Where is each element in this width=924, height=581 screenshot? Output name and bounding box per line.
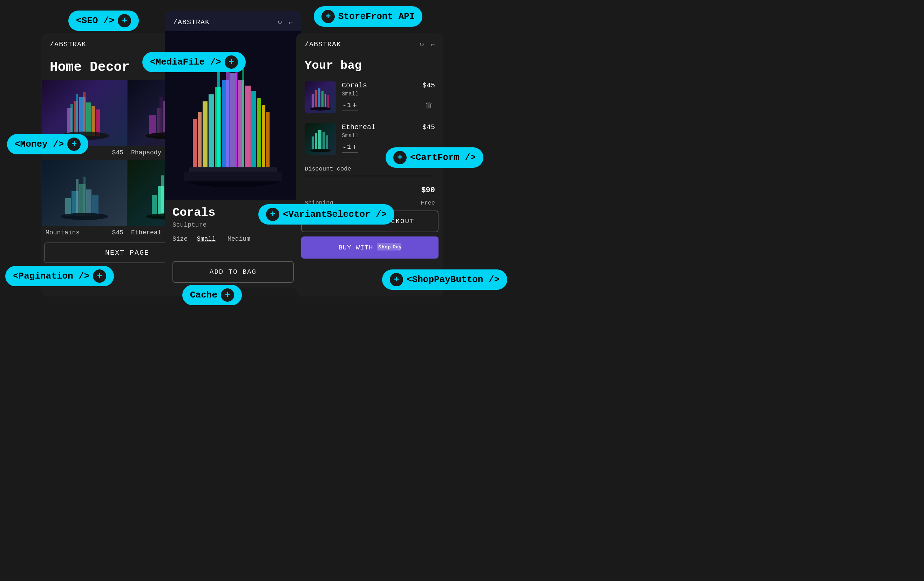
svg-rect-37 <box>198 112 201 168</box>
storefront-badge[interactable]: + StoreFront API <box>314 6 422 26</box>
mountains-price: $45 <box>112 229 124 236</box>
cart-corals-delete[interactable]: 🗑 <box>425 101 433 110</box>
cart-corals-qty-plus[interactable]: + <box>351 101 358 110</box>
cartform-badge[interactable]: + <CartForm /> <box>386 147 483 168</box>
svg-rect-50 <box>226 59 229 168</box>
svg-rect-46 <box>257 98 261 168</box>
variantselector-badge[interactable]: + <VariantSelector /> <box>258 204 394 225</box>
pagination-badge[interactable]: <Pagination /> + <box>5 266 114 286</box>
cartform-plus-icon[interactable]: + <box>393 151 407 164</box>
svg-rect-55 <box>312 94 314 108</box>
middle-search-icon[interactable]: ○ <box>277 18 282 26</box>
discount-input-line <box>305 174 435 176</box>
svg-rect-18 <box>65 198 71 216</box>
money-plus-icon[interactable]: + <box>67 137 81 151</box>
mediafile-badge[interactable]: <MediaFile /> + <box>142 52 246 72</box>
cart-corals-qty-minus[interactable]: - <box>342 101 347 110</box>
right-brand: /ABSTRAK <box>305 40 341 48</box>
svg-rect-31 <box>161 175 164 216</box>
mountains-info: Mountains $45 <box>42 226 127 239</box>
mountains-image <box>42 160 127 226</box>
svg-rect-54 <box>184 172 282 181</box>
svg-point-25 <box>61 213 108 220</box>
shoppay-plus-icon[interactable]: + <box>390 273 403 286</box>
right-cart-icon[interactable]: ⌐ <box>431 40 435 49</box>
svg-rect-62 <box>312 136 314 149</box>
mountains-name: Mountains <box>46 229 79 236</box>
svg-rect-6 <box>96 109 100 136</box>
money-badge[interactable]: <Money /> + <box>7 134 88 154</box>
svg-rect-60 <box>327 95 329 108</box>
size-small[interactable]: Small <box>194 234 218 244</box>
cartform-badge-label: <CartForm /> <box>410 152 476 163</box>
cart-ethereal-image <box>305 123 336 155</box>
right-panel-header: /ABSTRAK ○ ⌐ <box>296 33 444 53</box>
cart-ethereal-qty-minus[interactable]: - <box>342 142 347 152</box>
size-medium[interactable]: Medium <box>225 234 253 244</box>
cart-corals-qty-control: - 1 + <box>342 101 358 111</box>
svg-rect-64 <box>318 130 322 149</box>
size-label: Size <box>172 235 188 242</box>
svg-rect-23 <box>76 179 79 216</box>
svg-rect-44 <box>245 86 251 168</box>
svg-rect-15 <box>160 97 163 136</box>
cache-badge-label: Cache <box>190 290 217 300</box>
svg-rect-3 <box>86 103 91 136</box>
shoppay-badge-label: <ShopPayButton /> <box>407 274 500 285</box>
svg-rect-24 <box>83 177 86 216</box>
svg-rect-21 <box>86 189 91 216</box>
shop-pay-logo: Shop Pay <box>377 243 401 252</box>
svg-rect-39 <box>209 94 214 168</box>
pagination-plus-icon[interactable]: + <box>93 270 106 283</box>
cart-corals-variant: Small <box>342 91 417 97</box>
svg-point-67 <box>310 149 331 152</box>
rhapsody-name: Rhapsody <box>131 149 161 156</box>
svg-text:Shop Pay: Shop Pay <box>378 244 401 250</box>
size-selector-row: Size Small Medium <box>172 234 294 244</box>
svg-rect-56 <box>315 90 317 108</box>
cart-corals-qty-val: 1 <box>347 102 351 109</box>
cart-corals-details: Corals Small - 1 + <box>342 81 417 111</box>
storefront-plus-icon[interactable]: + <box>322 10 335 23</box>
shoppay-badge[interactable]: + <ShopPayButton /> <box>382 270 507 290</box>
shop-pay-button[interactable]: BUY WITH Shop Pay <box>301 237 439 258</box>
add-to-bag-button[interactable]: ADD TO BAG <box>172 261 294 283</box>
left-brand: /ABSTRAK <box>50 40 86 48</box>
middle-panel-header: /ABSTRAK ○ ⌐ <box>165 11 302 31</box>
product-card-mountains[interactable]: Mountains $45 <box>42 160 127 239</box>
shipping-value: Free <box>421 200 435 206</box>
middle-brand: /ABSTRAK <box>173 18 210 26</box>
cart-ethereal-qty-plus[interactable]: + <box>351 142 358 152</box>
cart-ethereal-variant: Small <box>342 132 417 139</box>
total-section: $90 <box>296 182 444 199</box>
svg-rect-8 <box>83 92 86 136</box>
svg-rect-48 <box>266 112 269 168</box>
mediafile-plus-icon[interactable]: + <box>225 55 238 69</box>
cart-ethereal-price: $45 <box>422 123 435 131</box>
svg-rect-22 <box>92 195 99 216</box>
svg-rect-51 <box>235 56 238 168</box>
svg-rect-63 <box>315 133 317 149</box>
cache-plus-icon[interactable]: + <box>221 288 234 302</box>
cart-total: $90 <box>421 186 435 195</box>
cart-corals-price: $45 <box>422 81 435 89</box>
pagination-badge-label: <Pagination /> <box>13 271 89 281</box>
cart-title: Your bag <box>296 53 444 76</box>
svg-rect-7 <box>76 94 78 136</box>
svg-rect-26 <box>152 195 157 216</box>
svg-rect-57 <box>318 88 320 108</box>
seo-badge-label: <SEO /> <box>76 15 114 26</box>
seo-badge[interactable]: <SEO /> + <box>68 10 139 31</box>
middle-cart-icon[interactable]: ⌐ <box>289 18 293 26</box>
svg-rect-10 <box>149 115 156 136</box>
svg-rect-65 <box>322 132 325 149</box>
right-search-icon[interactable]: ○ <box>419 40 424 49</box>
cache-badge[interactable]: Cache + <box>182 285 242 305</box>
cart-corals-qty-row: - 1 + <box>342 101 417 111</box>
variantselector-plus-icon[interactable]: + <box>266 208 279 221</box>
seo-plus-icon[interactable]: + <box>118 14 131 27</box>
svg-rect-36 <box>193 119 197 168</box>
storefront-badge-label: StoreFront API <box>338 11 415 22</box>
right-header-icons: ○ ⌐ <box>419 40 435 49</box>
shop-pay-prefix: BUY WITH <box>338 244 373 252</box>
